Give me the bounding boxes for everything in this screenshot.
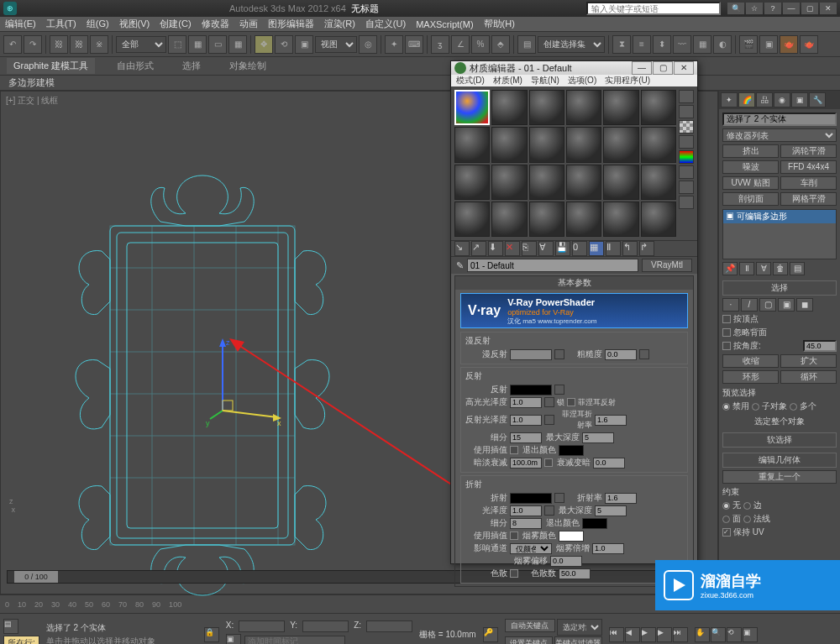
stack-unique-button[interactable]: ∀ xyxy=(756,262,771,275)
material-slot-7[interactable] xyxy=(454,127,490,162)
curve-editor-button[interactable]: 〰 xyxy=(673,35,691,54)
render-setup-button[interactable]: 🎬 xyxy=(739,35,758,54)
keyfilter-button[interactable]: 关键点过滤器 xyxy=(554,636,602,644)
sample-uv-button[interactable] xyxy=(679,135,694,149)
material-editor-button[interactable]: ◐ xyxy=(713,35,732,54)
select-by-name-button[interactable]: ▦ xyxy=(188,35,207,54)
menu-grapheditors[interactable]: 图形编辑器 xyxy=(268,18,314,30)
select-move-button[interactable]: ✥ xyxy=(255,35,273,54)
search-submit-icon[interactable]: 🔍 xyxy=(727,3,744,14)
assign-to-sel-button[interactable]: ⬇ xyxy=(488,241,503,256)
material-map-nav-button[interactable] xyxy=(679,196,694,209)
material-name-input[interactable] xyxy=(467,259,638,272)
play-button[interactable]: ▶ xyxy=(641,627,656,642)
fresnel-check[interactable] xyxy=(567,398,575,406)
constraint-face-radio[interactable] xyxy=(722,516,730,523)
preserve-uv-check[interactable] xyxy=(722,528,731,537)
select-by-mat-button[interactable] xyxy=(679,181,694,194)
material-slot-6[interactable] xyxy=(641,90,676,125)
select-rotate-button[interactable]: ⟲ xyxy=(275,35,293,54)
listener-label[interactable]: 所在行: xyxy=(3,636,39,645)
roughness-spinner[interactable] xyxy=(605,349,637,360)
link-button[interactable]: ⛓ xyxy=(50,35,68,54)
constraint-edge-radio[interactable] xyxy=(743,502,751,510)
viewport-label[interactable]: [+] 正交 | 线框 xyxy=(6,95,58,107)
subobj-border-button[interactable]: ▢ xyxy=(759,298,776,312)
menu-maxscript[interactable]: MAXScript(M) xyxy=(416,19,473,29)
reflect-interp-check[interactable] xyxy=(510,446,518,454)
align-button[interactable]: ≡ xyxy=(633,35,651,54)
fog-mult-spinner[interactable] xyxy=(592,543,624,554)
stack-config-button[interactable]: ▤ xyxy=(790,262,805,275)
mod-btn-slice[interactable]: 剖切面 xyxy=(722,192,779,206)
reflect-map-button[interactable] xyxy=(554,385,564,395)
percent-snap-button[interactable]: % xyxy=(471,35,490,54)
rollout-selection[interactable]: 选择 xyxy=(722,280,837,296)
reflect-exit-swatch[interactable] xyxy=(559,445,584,456)
material-slot-17[interactable] xyxy=(603,165,638,200)
show-result-button[interactable]: Ⅱ xyxy=(606,241,621,256)
object-name-field[interactable] xyxy=(722,113,837,126)
make-unique-button[interactable]: ∀ xyxy=(538,241,554,256)
mod-btn-extrude[interactable]: 挤出 xyxy=(722,144,779,158)
material-slot-24[interactable] xyxy=(641,202,676,237)
selection-filter-dropdown[interactable]: 全部 xyxy=(116,36,166,53)
go-forward-button[interactable]: ↱ xyxy=(639,241,654,256)
constraint-none-radio[interactable] xyxy=(722,502,730,510)
key-mode-button[interactable]: 🔑 xyxy=(483,627,498,642)
named-selection-button[interactable]: ▤ xyxy=(517,35,536,54)
repeat-last-button[interactable]: 重复上一个 xyxy=(722,470,837,484)
comm-center-icon[interactable]: ☆ xyxy=(746,3,763,14)
isolate-button[interactable]: ▣ xyxy=(226,634,241,645)
material-slot-4[interactable] xyxy=(566,90,601,125)
material-slot-3[interactable] xyxy=(529,90,564,125)
diffuse-map-button[interactable] xyxy=(554,349,564,359)
roughness-map-button[interactable] xyxy=(639,349,649,359)
modifier-list-dropdown[interactable]: 修改器列表 xyxy=(722,128,837,142)
mod-btn-noise[interactable]: 噪波 xyxy=(722,160,779,174)
lock-selection-button[interactable]: 🔒 xyxy=(204,627,219,642)
mat-minimize-button[interactable]: — xyxy=(632,61,652,75)
mat-close-button[interactable]: ✕ xyxy=(674,61,694,75)
rollout-softsel[interactable]: 软选择 xyxy=(722,432,837,448)
stack-show-button[interactable]: Ⅱ xyxy=(739,262,754,275)
pivot-center-button[interactable]: ◎ xyxy=(359,35,377,54)
dim-distance-spinner[interactable] xyxy=(510,458,542,469)
by-angle-spinner[interactable] xyxy=(803,340,837,352)
time-slider-thumb[interactable]: 0 / 100 xyxy=(14,571,58,583)
menu-animation[interactable]: 动画 xyxy=(239,18,258,30)
help-search-input[interactable] xyxy=(586,2,721,15)
stack-remove-button[interactable]: 🗑 xyxy=(773,262,788,275)
menu-view[interactable]: 视图(V) xyxy=(119,18,150,30)
mod-btn-uvw[interactable]: UVW 贴图 xyxy=(722,176,779,190)
mat-menu-options[interactable]: 选项(O) xyxy=(568,75,596,86)
refract-color-swatch[interactable] xyxy=(510,493,552,504)
mat-menu-util[interactable]: 实用程序(U) xyxy=(605,75,650,86)
dim-falloff-spinner[interactable] xyxy=(593,458,625,469)
layers-button[interactable]: ⬍ xyxy=(653,35,671,54)
subobj-element-button[interactable]: ◼ xyxy=(796,298,813,312)
material-slot-5[interactable] xyxy=(603,90,638,125)
unlink-button[interactable]: ⛓̷ xyxy=(70,35,88,54)
mat-menu-material[interactable]: 材质(M) xyxy=(493,75,522,86)
maxscript-mini-button[interactable]: ▤ xyxy=(3,619,18,634)
material-slot-1[interactable] xyxy=(454,90,490,125)
hg-map-button[interactable] xyxy=(544,397,554,407)
background-button[interactable] xyxy=(679,120,694,134)
viewport-max-button[interactable]: ▣ xyxy=(743,627,758,642)
cp-tab-utilities[interactable]: 🔧 xyxy=(809,92,826,107)
fresnel-ior-spinner[interactable] xyxy=(595,415,627,426)
snap-toggle-button[interactable]: ʒ xyxy=(431,35,449,54)
fog-color-swatch[interactable] xyxy=(559,531,584,542)
go-parent-button[interactable]: ↰ xyxy=(622,241,638,256)
put-to-scene-button[interactable]: ↗ xyxy=(471,241,486,256)
prev-frame-button[interactable]: ◀ xyxy=(625,627,640,642)
maximize-button[interactable]: ▢ xyxy=(801,3,818,14)
preview-sub-radio[interactable] xyxy=(752,403,759,411)
subobj-vertex-button[interactable]: · xyxy=(722,298,739,312)
fog-bias-spinner[interactable] xyxy=(550,556,582,567)
refract-map-button[interactable] xyxy=(554,493,564,503)
setkey-button[interactable]: 设置关键点 xyxy=(505,636,553,644)
dim-enable-check[interactable] xyxy=(544,458,553,467)
menu-tools[interactable]: 工具(T) xyxy=(46,18,76,30)
